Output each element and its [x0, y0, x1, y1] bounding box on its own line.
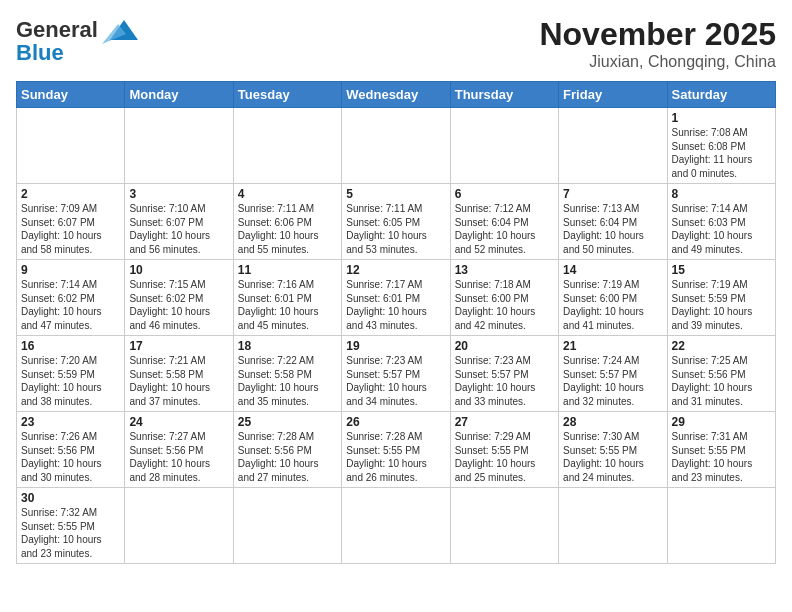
day-info-16: Sunrise: 7:20 AMSunset: 5:59 PMDaylight:…: [21, 354, 120, 408]
day-info-25: Sunrise: 7:28 AMSunset: 5:56 PMDaylight:…: [238, 430, 337, 484]
day-number-17: 17: [129, 339, 228, 353]
day-number-5: 5: [346, 187, 445, 201]
day-cell-2: 2 Sunrise: 7:09 AMSunset: 6:07 PMDayligh…: [17, 184, 125, 260]
day-cell-22: 22 Sunrise: 7:25 AMSunset: 5:56 PMDaylig…: [667, 336, 775, 412]
empty-cell: [342, 108, 450, 184]
day-info-15: Sunrise: 7:19 AMSunset: 5:59 PMDaylight:…: [672, 278, 771, 332]
day-cell-26: 26 Sunrise: 7:28 AMSunset: 5:55 PMDaylig…: [342, 412, 450, 488]
day-cell-29: 29 Sunrise: 7:31 AMSunset: 5:55 PMDaylig…: [667, 412, 775, 488]
day-number-12: 12: [346, 263, 445, 277]
day-number-15: 15: [672, 263, 771, 277]
week-row-6: 30 Sunrise: 7:32 AMSunset: 5:55 PMDaylig…: [17, 488, 776, 564]
day-cell-20: 20 Sunrise: 7:23 AMSunset: 5:57 PMDaylig…: [450, 336, 558, 412]
day-cell-7: 7 Sunrise: 7:13 AMSunset: 6:04 PMDayligh…: [559, 184, 667, 260]
day-number-6: 6: [455, 187, 554, 201]
day-number-7: 7: [563, 187, 662, 201]
day-cell-24: 24 Sunrise: 7:27 AMSunset: 5:56 PMDaylig…: [125, 412, 233, 488]
day-number-22: 22: [672, 339, 771, 353]
day-info-12: Sunrise: 7:17 AMSunset: 6:01 PMDaylight:…: [346, 278, 445, 332]
header-sunday: Sunday: [17, 82, 125, 108]
day-number-21: 21: [563, 339, 662, 353]
empty-cell: [450, 108, 558, 184]
day-info-29: Sunrise: 7:31 AMSunset: 5:55 PMDaylight:…: [672, 430, 771, 484]
day-cell-13: 13 Sunrise: 7:18 AMSunset: 6:00 PMDaylig…: [450, 260, 558, 336]
calendar-table: Sunday Monday Tuesday Wednesday Thursday…: [16, 81, 776, 564]
header-thursday: Thursday: [450, 82, 558, 108]
empty-cell: [559, 488, 667, 564]
day-cell-9: 9 Sunrise: 7:14 AMSunset: 6:02 PMDayligh…: [17, 260, 125, 336]
day-cell-28: 28 Sunrise: 7:30 AMSunset: 5:55 PMDaylig…: [559, 412, 667, 488]
empty-cell: [233, 488, 341, 564]
header-tuesday: Tuesday: [233, 82, 341, 108]
day-cell-30: 30 Sunrise: 7:32 AMSunset: 5:55 PMDaylig…: [17, 488, 125, 564]
weekday-header-row: Sunday Monday Tuesday Wednesday Thursday…: [17, 82, 776, 108]
day-cell-8: 8 Sunrise: 7:14 AMSunset: 6:03 PMDayligh…: [667, 184, 775, 260]
day-number-24: 24: [129, 415, 228, 429]
day-info-26: Sunrise: 7:28 AMSunset: 5:55 PMDaylight:…: [346, 430, 445, 484]
day-cell-17: 17 Sunrise: 7:21 AMSunset: 5:58 PMDaylig…: [125, 336, 233, 412]
day-info-3: Sunrise: 7:10 AMSunset: 6:07 PMDaylight:…: [129, 202, 228, 256]
header-friday: Friday: [559, 82, 667, 108]
day-number-23: 23: [21, 415, 120, 429]
day-info-30: Sunrise: 7:32 AMSunset: 5:55 PMDaylight:…: [21, 506, 120, 560]
day-info-19: Sunrise: 7:23 AMSunset: 5:57 PMDaylight:…: [346, 354, 445, 408]
header-wednesday: Wednesday: [342, 82, 450, 108]
day-info-14: Sunrise: 7:19 AMSunset: 6:00 PMDaylight:…: [563, 278, 662, 332]
logo-text: General: [16, 19, 98, 41]
day-number-25: 25: [238, 415, 337, 429]
day-cell-5: 5 Sunrise: 7:11 AMSunset: 6:05 PMDayligh…: [342, 184, 450, 260]
day-cell-1: 1 Sunrise: 7:08 AMSunset: 6:08 PMDayligh…: [667, 108, 775, 184]
day-number-3: 3: [129, 187, 228, 201]
empty-cell: [342, 488, 450, 564]
calendar-title: November 2025: [539, 16, 776, 53]
day-number-10: 10: [129, 263, 228, 277]
day-number-14: 14: [563, 263, 662, 277]
header-monday: Monday: [125, 82, 233, 108]
day-cell-10: 10 Sunrise: 7:15 AMSunset: 6:02 PMDaylig…: [125, 260, 233, 336]
day-number-8: 8: [672, 187, 771, 201]
day-number-2: 2: [21, 187, 120, 201]
day-cell-18: 18 Sunrise: 7:22 AMSunset: 5:58 PMDaylig…: [233, 336, 341, 412]
day-number-18: 18: [238, 339, 337, 353]
day-info-1: Sunrise: 7:08 AMSunset: 6:08 PMDaylight:…: [672, 126, 771, 180]
day-info-5: Sunrise: 7:11 AMSunset: 6:05 PMDaylight:…: [346, 202, 445, 256]
day-info-27: Sunrise: 7:29 AMSunset: 5:55 PMDaylight:…: [455, 430, 554, 484]
day-cell-16: 16 Sunrise: 7:20 AMSunset: 5:59 PMDaylig…: [17, 336, 125, 412]
day-cell-27: 27 Sunrise: 7:29 AMSunset: 5:55 PMDaylig…: [450, 412, 558, 488]
day-info-7: Sunrise: 7:13 AMSunset: 6:04 PMDaylight:…: [563, 202, 662, 256]
day-number-30: 30: [21, 491, 120, 505]
day-cell-4: 4 Sunrise: 7:11 AMSunset: 6:06 PMDayligh…: [233, 184, 341, 260]
day-number-9: 9: [21, 263, 120, 277]
day-info-6: Sunrise: 7:12 AMSunset: 6:04 PMDaylight:…: [455, 202, 554, 256]
empty-cell: [17, 108, 125, 184]
logo-blue: Blue: [16, 40, 64, 66]
week-row-2: 2 Sunrise: 7:09 AMSunset: 6:07 PMDayligh…: [17, 184, 776, 260]
day-cell-19: 19 Sunrise: 7:23 AMSunset: 5:57 PMDaylig…: [342, 336, 450, 412]
title-block: November 2025 Jiuxian, Chongqing, China: [539, 16, 776, 71]
day-number-11: 11: [238, 263, 337, 277]
week-row-4: 16 Sunrise: 7:20 AMSunset: 5:59 PMDaylig…: [17, 336, 776, 412]
day-info-22: Sunrise: 7:25 AMSunset: 5:56 PMDaylight:…: [672, 354, 771, 408]
calendar-subtitle: Jiuxian, Chongqing, China: [539, 53, 776, 71]
week-row-1: 1 Sunrise: 7:08 AMSunset: 6:08 PMDayligh…: [17, 108, 776, 184]
day-cell-15: 15 Sunrise: 7:19 AMSunset: 5:59 PMDaylig…: [667, 260, 775, 336]
day-number-1: 1: [672, 111, 771, 125]
day-number-20: 20: [455, 339, 554, 353]
week-row-5: 23 Sunrise: 7:26 AMSunset: 5:56 PMDaylig…: [17, 412, 776, 488]
day-info-2: Sunrise: 7:09 AMSunset: 6:07 PMDaylight:…: [21, 202, 120, 256]
logo-icon: [102, 16, 140, 44]
week-row-3: 9 Sunrise: 7:14 AMSunset: 6:02 PMDayligh…: [17, 260, 776, 336]
empty-cell: [450, 488, 558, 564]
day-info-28: Sunrise: 7:30 AMSunset: 5:55 PMDaylight:…: [563, 430, 662, 484]
header: General Blue November 2025 Jiuxian, Chon…: [16, 16, 776, 71]
day-info-10: Sunrise: 7:15 AMSunset: 6:02 PMDaylight:…: [129, 278, 228, 332]
day-cell-12: 12 Sunrise: 7:17 AMSunset: 6:01 PMDaylig…: [342, 260, 450, 336]
day-cell-3: 3 Sunrise: 7:10 AMSunset: 6:07 PMDayligh…: [125, 184, 233, 260]
day-cell-14: 14 Sunrise: 7:19 AMSunset: 6:00 PMDaylig…: [559, 260, 667, 336]
day-info-13: Sunrise: 7:18 AMSunset: 6:00 PMDaylight:…: [455, 278, 554, 332]
empty-cell: [125, 488, 233, 564]
day-cell-23: 23 Sunrise: 7:26 AMSunset: 5:56 PMDaylig…: [17, 412, 125, 488]
day-number-16: 16: [21, 339, 120, 353]
day-info-20: Sunrise: 7:23 AMSunset: 5:57 PMDaylight:…: [455, 354, 554, 408]
day-number-19: 19: [346, 339, 445, 353]
